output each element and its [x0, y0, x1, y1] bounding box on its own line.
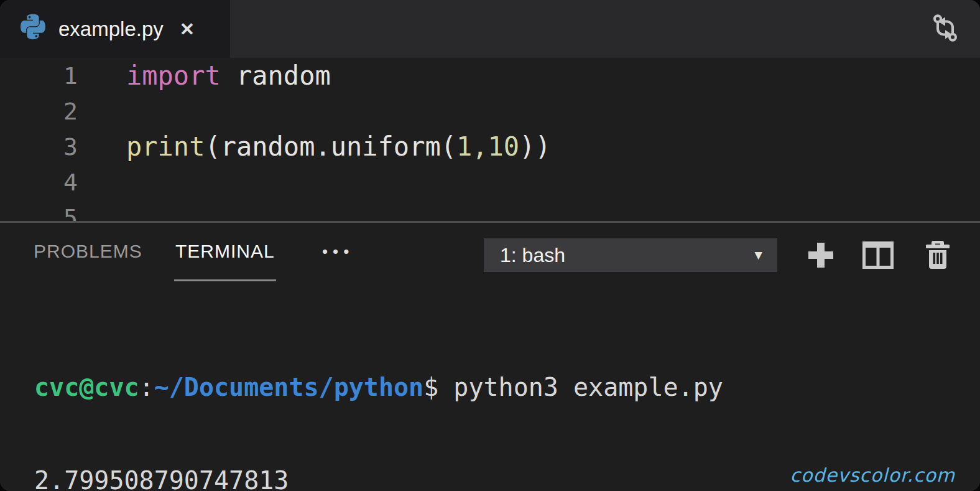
code-number: 1,10 [456, 131, 519, 162]
kill-terminal-button[interactable] [922, 239, 954, 271]
bottom-panel: PROBLEMS TERMINAL ••• 1: bash ▼ [0, 223, 980, 491]
prompt-user: cvc@cvc [34, 373, 139, 401]
code-line-5: 5 [0, 200, 980, 221]
code-function: print [126, 131, 205, 162]
shell-selector-value: 1: bash [500, 244, 565, 267]
code-keyword: import [126, 60, 221, 91]
line-number: 4 [0, 169, 78, 196]
plus-icon [807, 241, 835, 269]
line-number: 3 [0, 133, 78, 161]
more-actions-icon[interactable]: ••• [322, 223, 354, 280]
watermark: codevscolor.com [790, 464, 955, 486]
code-plain: random [221, 60, 331, 91]
code-line-4: 4 [0, 164, 980, 200]
python-file-icon [17, 14, 49, 45]
code-editor[interactable]: 1 import random 2 3 print(random.uniform… [0, 58, 980, 221]
code-line-1: 1 import random [0, 58, 980, 93]
editor-actions [928, 0, 980, 58]
tab-title: example.py [58, 17, 164, 41]
code-line-2: 2 [0, 93, 980, 129]
split-pane-icon [862, 241, 894, 269]
panel-header: PROBLEMS TERMINAL ••• 1: bash ▼ [0, 223, 980, 280]
tab-bar-spacer [230, 0, 928, 58]
tab-close-icon[interactable]: ✕ [180, 19, 195, 40]
line-number: 1 [0, 62, 78, 90]
terminal-command: python3 example.py [438, 373, 723, 401]
terminal-line-prompt-1: cvc@cvc:~/Documents/python$ python3 exam… [34, 372, 980, 403]
code-plain: )) [519, 131, 551, 162]
split-terminal-button[interactable] [862, 239, 894, 271]
tab-example-py[interactable]: example.py ✕ [0, 0, 230, 58]
new-terminal-button[interactable] [805, 239, 837, 271]
code-plain: (random.uniform( [205, 131, 456, 162]
code-line-3: 3 print(random.uniform(1,10)) [0, 129, 980, 164]
shell-selector-dropdown[interactable]: 1: bash ▼ [484, 238, 777, 272]
prompt-path: ~/Documents/python [154, 373, 423, 401]
swap-arrows-icon[interactable] [928, 11, 963, 48]
vscode-window: example.py ✕ 1 import random 2 [0, 0, 980, 491]
trash-icon [925, 241, 950, 269]
tab-terminal[interactable]: TERMINAL [175, 223, 275, 280]
terminal-output[interactable]: cvc@cvc:~/Documents/python$ python3 exam… [0, 280, 980, 491]
line-number: 2 [0, 98, 78, 125]
tab-problems[interactable]: PROBLEMS [34, 223, 142, 280]
editor-tab-bar: example.py ✕ [0, 0, 980, 58]
chevron-down-icon: ▼ [752, 248, 765, 263]
line-number: 5 [0, 204, 78, 222]
